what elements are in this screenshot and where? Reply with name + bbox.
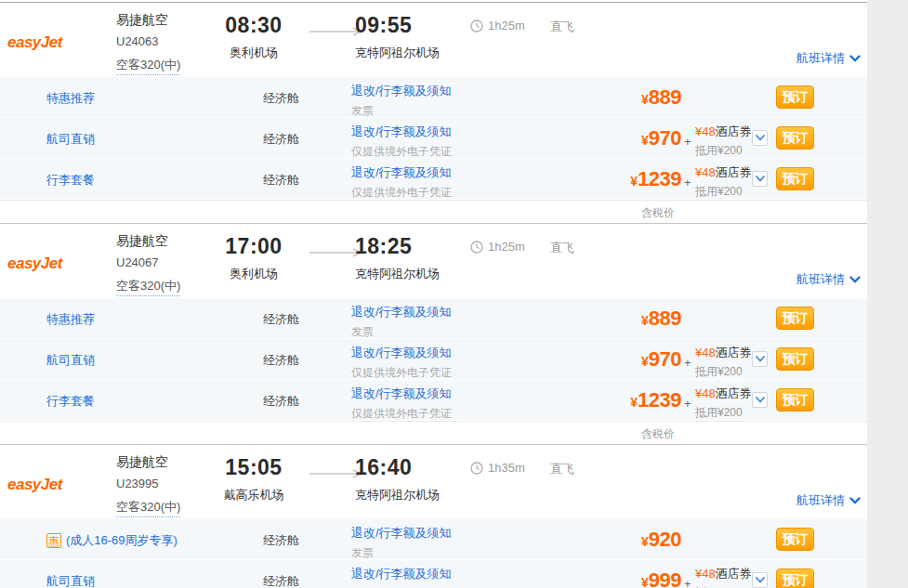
tax-included-label: 含税价 bbox=[641, 205, 675, 221]
arrival-block: 18:25 克特阿祖尔机场 bbox=[355, 234, 440, 282]
fare-label-link[interactable]: 航司直销 bbox=[46, 573, 95, 588]
currency-symbol: ¥ bbox=[641, 92, 649, 107]
expand-coupon-toggle[interactable] bbox=[752, 171, 768, 187]
fare-label-link[interactable]: 特惠推荐 bbox=[46, 311, 95, 328]
cabin-class: 经济舱 bbox=[263, 131, 299, 148]
airline-info: 易捷航空 U24067 空客320(中) bbox=[116, 233, 180, 296]
discount-badge: 惠 bbox=[46, 533, 61, 548]
book-button[interactable]: 预订 bbox=[776, 347, 814, 371]
flight-number: U23995 bbox=[116, 477, 180, 490]
currency-symbol: ¥ bbox=[630, 395, 638, 410]
departure-airport: 戴高乐机场 bbox=[203, 487, 305, 503]
departure-time: 17:00 bbox=[203, 234, 305, 259]
refund-baggage-rules-link[interactable]: 退改/行李额及须知 bbox=[351, 83, 452, 99]
arrival-time: 09:55 bbox=[355, 13, 440, 38]
currency-symbol: ¥ bbox=[641, 354, 649, 369]
flight-detail-link[interactable]: 航班详情 bbox=[796, 492, 861, 509]
fare-row: 特惠推荐 经济舱 退改/行李额及须知 发票 ¥889 预订 bbox=[0, 298, 867, 339]
coupon-amount: ¥48 bbox=[695, 165, 716, 179]
fare-label-link[interactable]: 行李套餐 bbox=[46, 393, 95, 410]
fare-price: ¥889 bbox=[520, 307, 681, 331]
refund-baggage-rules-link[interactable]: 退改/行李额及须知 bbox=[351, 124, 452, 140]
arrival-block: 09:55 克特阿祖尔机场 bbox=[355, 13, 440, 61]
fare-price: ¥889 bbox=[520, 85, 681, 110]
refund-baggage-rules-link[interactable]: 退改/行李额及须知 bbox=[351, 525, 452, 542]
coupon-note: 抵用¥200 bbox=[695, 364, 752, 380]
departure-time: 15:05 bbox=[203, 455, 305, 480]
chevron-down-icon bbox=[849, 276, 861, 283]
expand-coupon-toggle[interactable] bbox=[752, 130, 768, 146]
flight-header: easyJet 易捷航空 U24063 空客320(中) 08:30 奥利机场 … bbox=[0, 3, 867, 77]
hotel-coupon: ¥48酒店券 抵用¥200 bbox=[695, 385, 752, 421]
refund-baggage-rules-link[interactable]: 退改/行李额及须知 bbox=[351, 566, 452, 582]
fare-label-link[interactable]: 特惠推荐 bbox=[46, 90, 95, 107]
fare-price: ¥1239 bbox=[520, 388, 681, 412]
expand-coupon-toggle[interactable] bbox=[752, 572, 768, 588]
fare-label-link[interactable]: 航司直销 bbox=[46, 352, 95, 369]
tax-row: 含税价 bbox=[0, 421, 867, 444]
flight-number: U24067 bbox=[116, 255, 180, 269]
book-button[interactable]: 预订 bbox=[776, 528, 814, 551]
aircraft-type-link[interactable]: 空客320(中) bbox=[116, 57, 180, 75]
refund-baggage-rules-link[interactable]: 退改/行李额及须知 bbox=[351, 304, 452, 320]
flight-detail-label: 航班详情 bbox=[796, 271, 845, 288]
refund-baggage-rules-link[interactable]: 退改/行李额及须知 bbox=[351, 345, 452, 361]
plus-sign: + bbox=[684, 176, 691, 189]
currency-symbol: ¥ bbox=[641, 133, 649, 148]
price-amount: 889 bbox=[649, 307, 681, 330]
coupon-name: 酒店券 bbox=[716, 124, 752, 138]
chevron-down-icon bbox=[756, 577, 765, 583]
flight-detail-link[interactable]: 航班详情 bbox=[796, 271, 861, 288]
coupon-amount: ¥48 bbox=[695, 386, 716, 400]
cabin-class: 经济舱 bbox=[263, 311, 299, 328]
easyjet-logo: easyJet bbox=[7, 33, 62, 52]
fare-row: 航司直销 经济舱 退改/行李额及须知 仅提供境外电子凭证 ¥970 + ¥48酒… bbox=[0, 118, 867, 159]
aircraft-type-link[interactable]: 空客320(中) bbox=[116, 278, 180, 296]
fare-rules: 退改/行李额及须知 仅提供境外电子凭证 bbox=[351, 164, 452, 203]
book-button[interactable]: 预订 bbox=[776, 126, 814, 150]
plus-sign: + bbox=[684, 397, 691, 411]
fare-row: 航司直销 经济舱 退改/行李额及须知 仅提供境外电子凭证 ¥970 + ¥48酒… bbox=[0, 339, 867, 380]
book-button[interactable]: 预订 bbox=[776, 388, 814, 412]
departure-block: 08:30 奥利机场 bbox=[203, 13, 305, 61]
coupon-name: 酒店券 bbox=[716, 386, 752, 400]
departure-block: 17:00 奥利机场 bbox=[203, 234, 305, 282]
fare-price: ¥920 bbox=[520, 528, 681, 552]
easyjet-logo: easyJet bbox=[7, 255, 62, 273]
coupon-note: 抵用¥200 bbox=[695, 405, 752, 421]
cabin-class: 经济舱 bbox=[263, 352, 299, 369]
chevron-down-icon bbox=[756, 176, 765, 182]
flight-duration: 1h35m bbox=[470, 461, 525, 475]
refund-baggage-rules-link[interactable]: 退改/行李额及须知 bbox=[351, 385, 452, 402]
fare-rules: 退改/行李额及须知 发票 bbox=[351, 525, 452, 563]
chevron-down-icon bbox=[849, 55, 861, 62]
fare-label-link[interactable]: 行李套餐 bbox=[46, 172, 95, 189]
arrival-time: 16:40 bbox=[355, 455, 440, 480]
chevron-down-icon bbox=[756, 356, 765, 362]
arrival-airport: 克特阿祖尔机场 bbox=[355, 45, 440, 61]
aircraft-type-link[interactable]: 空客320(中) bbox=[116, 499, 180, 517]
expand-coupon-toggle[interactable] bbox=[752, 392, 768, 408]
cabin-class: 经济舱 bbox=[263, 393, 299, 410]
cabin-class: 经济舱 bbox=[263, 573, 299, 588]
fare-label-link[interactable]: 惠 (成人16-69周岁专享) bbox=[46, 532, 178, 549]
book-button[interactable]: 预订 bbox=[776, 568, 814, 588]
coupon-amount: ¥48 bbox=[695, 124, 716, 138]
chevron-down-icon bbox=[756, 135, 765, 141]
expand-coupon-toggle[interactable] bbox=[752, 351, 768, 367]
flight-header: easyJet 易捷航空 U23995 空客320(中) 15:05 戴高乐机场… bbox=[0, 445, 867, 519]
hotel-coupon: ¥48酒店券 抵用¥200 bbox=[695, 164, 752, 200]
fare-label-link[interactable]: 航司直销 bbox=[46, 131, 95, 148]
currency-symbol: ¥ bbox=[641, 313, 649, 328]
clock-icon bbox=[470, 241, 483, 254]
chevron-down-icon bbox=[756, 397, 765, 403]
book-button[interactable]: 预订 bbox=[776, 85, 814, 109]
flight-detail-label: 航班详情 bbox=[796, 50, 845, 67]
airline-info: 易捷航空 U24063 空客320(中) bbox=[116, 12, 180, 75]
stops-label: 直飞 bbox=[550, 240, 574, 256]
flight-detail-link[interactable]: 航班详情 bbox=[796, 50, 861, 67]
book-button[interactable]: 预订 bbox=[776, 167, 814, 190]
refund-baggage-rules-link[interactable]: 退改/行李额及须知 bbox=[351, 164, 452, 181]
book-button[interactable]: 预订 bbox=[776, 307, 814, 330]
flight-duration: 1h25m bbox=[470, 240, 525, 254]
